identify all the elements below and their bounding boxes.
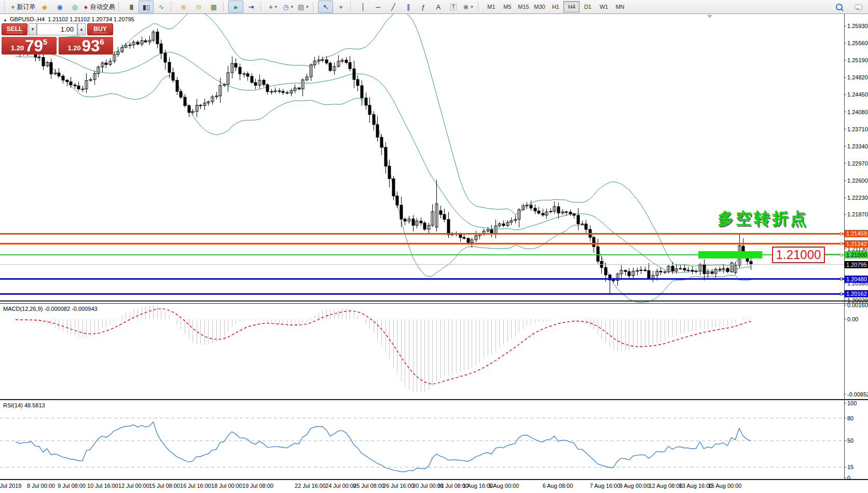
price-tick-label: 1.21870 bbox=[847, 211, 868, 217]
zoom-in-button[interactable]: ⊕ bbox=[176, 1, 191, 13]
timeframe-w1[interactable]: W1 bbox=[596, 1, 612, 12]
trendline-icon: ╱ bbox=[391, 3, 395, 11]
chart-shift-marker[interactable] bbox=[707, 15, 712, 18]
bar-chart-icon: ||| bbox=[130, 4, 133, 10]
timeframe-m15[interactable]: M15 bbox=[515, 1, 531, 12]
templates-button[interactable]: ▤▼ bbox=[296, 1, 311, 13]
macd-tick-label: -0.008522 bbox=[847, 391, 868, 398]
fibonacci-button[interactable]: ƒ bbox=[416, 1, 431, 13]
macd-tick-label: 0.00 bbox=[847, 316, 858, 322]
toolbar-grip bbox=[118, 2, 121, 11]
time-label: 9 Jul 08:00 bbox=[58, 483, 86, 489]
arrows-button[interactable]: ※▼ bbox=[461, 1, 476, 13]
new-order-button[interactable]: +新订单 bbox=[9, 1, 37, 13]
timeframe-m1[interactable]: M1 bbox=[483, 1, 499, 12]
trendline-button[interactable]: ╱ bbox=[385, 1, 401, 13]
fibonacci-icon: ƒ bbox=[421, 3, 425, 11]
chat-button[interactable] bbox=[851, 1, 866, 13]
price-tick-label: 1.22970 bbox=[847, 160, 868, 167]
crosshair-button[interactable]: + bbox=[333, 1, 348, 13]
timeframe-d1[interactable]: D1 bbox=[580, 1, 596, 12]
macd-label: MACD(12,26,9) -0.000082 -0.000943 bbox=[3, 306, 98, 312]
community-icon[interactable]: ◉ bbox=[52, 1, 67, 13]
line-chart-button[interactable]: ∿ bbox=[154, 1, 169, 13]
macd-tick-label: 0.001607 bbox=[847, 302, 868, 308]
volume-decrease-button[interactable]: ▼ bbox=[29, 23, 37, 35]
time-label: 16 Jul 16:00 bbox=[180, 483, 211, 489]
hline-marker bbox=[840, 242, 843, 245]
sell-price-box[interactable]: 1.20 79 5 bbox=[2, 37, 57, 54]
hline-1.20795[interactable] bbox=[0, 264, 844, 265]
highlight-rectangle[interactable] bbox=[698, 251, 762, 258]
pane-separator-bottom bbox=[0, 479, 868, 480]
buy-button[interactable]: BUY bbox=[87, 23, 113, 35]
indicators-icon: + bbox=[269, 3, 273, 11]
toolbar-grip bbox=[350, 2, 353, 11]
timeframe-h1[interactable]: H1 bbox=[547, 1, 563, 12]
price-tick-label: 1.22230 bbox=[847, 195, 868, 201]
candlestick-chart-canvas[interactable] bbox=[0, 0, 868, 493]
time-label: 22 Jul 16:00 bbox=[295, 483, 326, 489]
autotrading-button-label: 自动交易 bbox=[90, 3, 115, 11]
autotrading-icon: ● bbox=[84, 3, 88, 11]
candlestick-chart-icon: ▮▯ bbox=[143, 3, 150, 11]
tile-windows-icon: ▦ bbox=[211, 3, 217, 11]
depth-of-market-icon[interactable]: ◆ bbox=[37, 1, 52, 13]
price-tag-label[interactable]: 1.21000 bbox=[772, 246, 825, 263]
sell-button[interactable]: SELL bbox=[2, 23, 27, 35]
collapse-panel-arrow[interactable]: ▲ bbox=[3, 18, 7, 22]
buy-price-box[interactable]: 1.20 93 6 bbox=[59, 37, 113, 54]
toolbar-grip bbox=[478, 2, 481, 11]
templates-button-dropdown-icon[interactable]: ▼ bbox=[305, 5, 309, 9]
chart-shift-icon: ⇥ bbox=[249, 3, 254, 11]
timeframe-m30[interactable]: M30 bbox=[531, 1, 547, 12]
horizontal-line-icon: ─ bbox=[376, 3, 380, 11]
indicators-button-dropdown-icon[interactable]: ▼ bbox=[274, 5, 278, 9]
arrows-button-dropdown-icon[interactable]: ▼ bbox=[470, 5, 474, 9]
channel-button[interactable]: ∥ bbox=[401, 1, 416, 13]
text-annotation[interactable]: 多空转折点 bbox=[718, 208, 808, 229]
periods-button[interactable]: ◷▼ bbox=[281, 1, 296, 13]
price-tick-label: 1.23340 bbox=[847, 143, 868, 149]
cursor-icon: ↖ bbox=[323, 3, 329, 11]
one-click-trading-panel: SELL ▼ 1.00 ▲ BUY 1.20 79 5 1.20 93 6 bbox=[2, 23, 113, 54]
autotrading-button[interactable]: ●自动交易 bbox=[82, 1, 117, 13]
hline-1.20480[interactable] bbox=[0, 278, 844, 280]
volume-increase-button[interactable]: ▲ bbox=[77, 23, 86, 35]
text-button[interactable]: A bbox=[431, 1, 446, 13]
zoom-out-button[interactable]: ⊖ bbox=[191, 1, 206, 13]
vertical-line-button[interactable]: │ bbox=[355, 1, 370, 13]
search-button[interactable] bbox=[832, 1, 847, 13]
sell-price-point: 5 bbox=[43, 37, 47, 46]
volume-input[interactable]: 1.00 bbox=[37, 23, 77, 35]
pane-separator-macd-rsi[interactable] bbox=[0, 399, 868, 400]
bar-chart-button[interactable]: ||| bbox=[123, 1, 139, 13]
price-badge-1.21242: 1.21242 bbox=[845, 240, 868, 248]
hline-1.20162[interactable] bbox=[0, 293, 844, 295]
timeframe-m5[interactable]: M5 bbox=[499, 1, 515, 12]
new-order-icon: + bbox=[11, 3, 15, 11]
candlestick-chart-button[interactable]: ▮▯ bbox=[139, 1, 154, 13]
indicators-button[interactable]: +▼ bbox=[266, 1, 281, 13]
toolbar: +新订单◆◉◎●自动交易|||▮▯∿⊕⊖▦▸⇥+▼◷▼▤▼↖+│─╱∥ƒAT※▼… bbox=[0, 0, 868, 14]
horizontal-line-button[interactable]: ─ bbox=[370, 1, 385, 13]
text-label-button[interactable]: T bbox=[446, 1, 461, 13]
rsi-tick-label: 0 bbox=[847, 475, 850, 481]
timeframe-mn[interactable]: MN bbox=[612, 1, 628, 12]
price-badge-1.20795: 1.20795 bbox=[845, 261, 868, 268]
pane-separator-main-macd[interactable] bbox=[0, 300, 868, 302]
community-icon-icon: ◉ bbox=[57, 3, 62, 11]
hline-1.21459[interactable] bbox=[0, 233, 844, 235]
auto-scroll-button[interactable]: ▸ bbox=[228, 1, 243, 13]
hline-1.21242[interactable] bbox=[0, 243, 844, 244]
price-tick-label: 1.23710 bbox=[847, 126, 868, 132]
chart-shift-button[interactable]: ⇥ bbox=[243, 1, 258, 13]
timeframe-h4[interactable]: H4 bbox=[563, 1, 580, 12]
zoom-out-icon: ⊖ bbox=[196, 3, 202, 11]
cursor-button[interactable]: ↖ bbox=[318, 1, 333, 13]
buy-price-handle: 1.20 bbox=[67, 44, 80, 52]
tile-windows-button[interactable]: ▦ bbox=[206, 1, 221, 13]
signals-icon[interactable]: ◎ bbox=[67, 1, 82, 13]
periods-button-dropdown-icon[interactable]: ▼ bbox=[290, 5, 294, 9]
time-label: 8 Jul 00:00 bbox=[27, 483, 55, 489]
